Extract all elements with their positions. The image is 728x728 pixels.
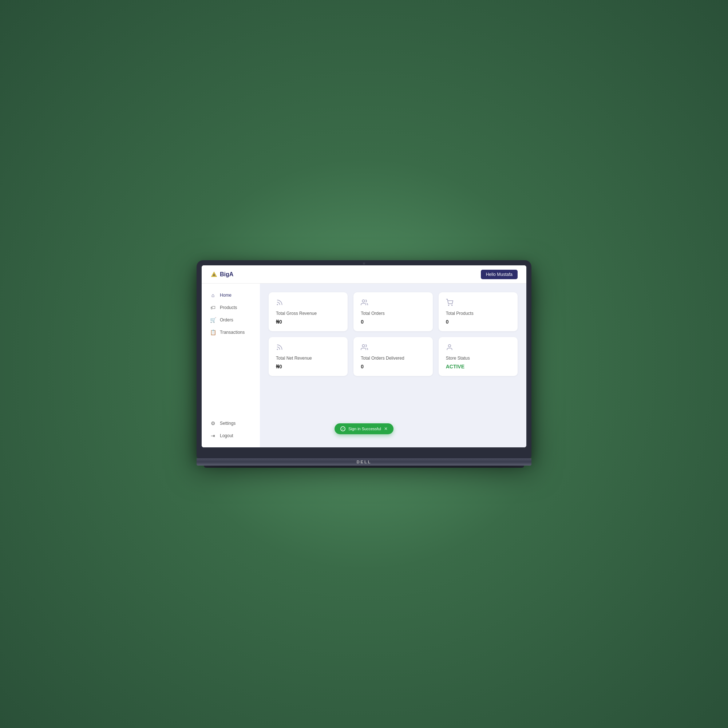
- laptop-foot: [204, 466, 524, 468]
- person-icon: [446, 344, 510, 353]
- svg-point-6: [277, 349, 278, 350]
- stats-row-1: Total Gross Revenue ₦0 Total Orders 0: [269, 292, 518, 331]
- sidebar: ⌂ Home 🏷 Products 🛒 Orders 📋: [202, 284, 260, 447]
- main-content: Total Gross Revenue ₦0 Total Orders 0: [260, 284, 526, 447]
- svg-text:A: A: [213, 274, 215, 276]
- app-body: ⌂ Home 🏷 Products 🛒 Orders 📋: [202, 284, 526, 447]
- sidebar-item-products[interactable]: 🏷 Products: [204, 302, 258, 314]
- svg-point-5: [451, 305, 452, 306]
- net-revenue-value: ₦0: [276, 364, 340, 369]
- shopping-cart-icon: [446, 299, 510, 308]
- total-orders-value: 0: [361, 319, 425, 325]
- orders-delivered-value: 0: [361, 364, 425, 369]
- laptop-base: [197, 458, 531, 466]
- total-orders-title: Total Orders: [361, 311, 425, 316]
- sidebar-item-transactions[interactable]: 📋 Transactions: [204, 327, 258, 338]
- toast-check-icon: ✓: [340, 426, 346, 431]
- app-header: A BigA Hello Mustafa: [202, 265, 526, 284]
- net-revenue-title: Total Net Revenue: [276, 356, 340, 361]
- people-icon-2: [361, 344, 425, 353]
- sidebar-label-home: Home: [220, 293, 231, 298]
- svg-point-7: [362, 345, 365, 347]
- stats-row-2: Total Net Revenue ₦0 Total Orders Delive…: [269, 337, 518, 376]
- home-icon: ⌂: [210, 292, 216, 298]
- laptop-camera: [363, 262, 365, 265]
- transactions-icon: 📋: [210, 329, 216, 335]
- svg-point-2: [277, 304, 278, 305]
- logo-text: BigA: [220, 271, 233, 278]
- orders-delivered-title: Total Orders Delivered: [361, 356, 425, 361]
- app-logo: A BigA: [210, 271, 233, 278]
- rss-icon-2: [276, 344, 340, 353]
- laptop-screen: A BigA Hello Mustafa ⌂ Home �: [202, 265, 526, 447]
- toast-container: ✓ Sign in Successful ✕: [335, 423, 393, 434]
- gross-revenue-value: ₦0: [276, 319, 340, 325]
- toast-message: Sign in Successful: [348, 427, 381, 431]
- settings-icon: ⚙: [210, 421, 216, 426]
- sidebar-label-orders: Orders: [220, 317, 233, 323]
- card-gross-revenue: Total Gross Revenue ₦0: [269, 292, 348, 331]
- sidebar-label-products: Products: [220, 305, 237, 310]
- total-products-title: Total Products: [446, 311, 510, 316]
- card-store-status: Store Status ACTIVE: [439, 337, 518, 376]
- logout-icon: ⇥: [210, 433, 216, 439]
- laptop-container: A BigA Hello Mustafa ⌂ Home �: [197, 260, 531, 468]
- rss-icon-1: [276, 299, 340, 308]
- sidebar-item-logout[interactable]: ⇥ Logout: [204, 430, 258, 442]
- tag-icon: 🏷: [210, 305, 216, 310]
- card-total-products: Total Products 0: [439, 292, 518, 331]
- store-status-title: Store Status: [446, 356, 510, 361]
- card-net-revenue: Total Net Revenue ₦0: [269, 337, 348, 376]
- card-total-orders: Total Orders 0: [353, 292, 433, 331]
- svg-point-3: [362, 300, 365, 303]
- sidebar-label-settings: Settings: [220, 421, 236, 426]
- logo-icon: A: [210, 271, 218, 278]
- sidebar-item-orders[interactable]: 🛒 Orders: [204, 314, 258, 326]
- svg-point-4: [448, 305, 449, 306]
- sidebar-bottom: ⚙ Settings ⇥ Logout: [202, 418, 260, 442]
- sidebar-item-home[interactable]: ⌂ Home: [204, 289, 258, 301]
- toast-notification: ✓ Sign in Successful ✕: [335, 423, 393, 434]
- sidebar-label-transactions: Transactions: [220, 330, 245, 335]
- gross-revenue-title: Total Gross Revenue: [276, 311, 340, 316]
- svg-point-8: [448, 345, 451, 347]
- toast-close-button[interactable]: ✕: [384, 426, 388, 431]
- cart-icon: 🛒: [210, 317, 216, 323]
- hello-button[interactable]: Hello Mustafa: [481, 270, 518, 279]
- people-icon-1: [361, 299, 425, 308]
- sidebar-nav: ⌂ Home 🏷 Products 🛒 Orders 📋: [202, 289, 260, 338]
- store-status-value: ACTIVE: [446, 364, 510, 369]
- sidebar-label-logout: Logout: [220, 433, 233, 438]
- total-products-value: 0: [446, 319, 510, 325]
- screen-bezel: A BigA Hello Mustafa ⌂ Home �: [197, 260, 531, 458]
- sidebar-item-settings[interactable]: ⚙ Settings: [204, 418, 258, 429]
- card-orders-delivered: Total Orders Delivered 0: [353, 337, 433, 376]
